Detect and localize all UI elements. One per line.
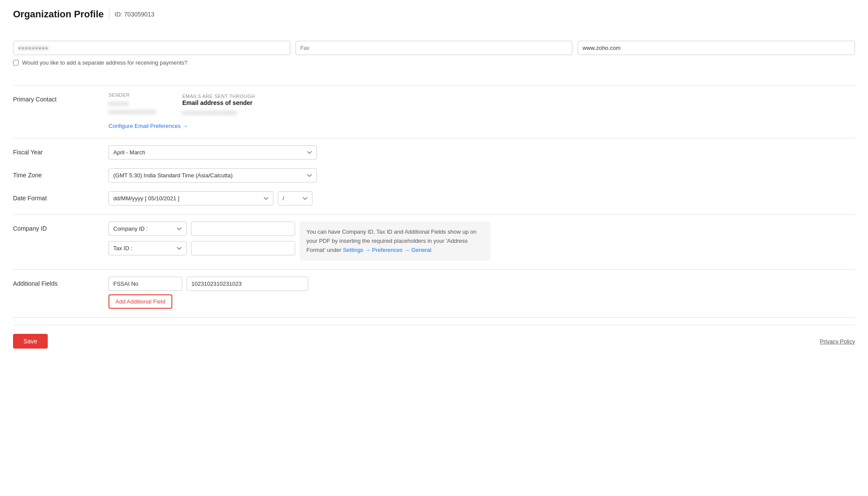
settings-preferences-link[interactable]: Settings → Preferences → General [343,247,431,253]
privacy-policy-link[interactable]: Privacy Policy [820,338,855,345]
date-format-content: dd/MM/yyyy [ 05/10/2021 ] MM/dd/yyyy [ 1… [108,191,855,206]
payment-checkbox-row: Would you like to add a separate address… [13,59,855,66]
emails-sent-section: EMAILS ARE SENT THROUGH Email address of… [182,92,255,116]
page-title: Organization Profile [13,9,104,20]
company-tax-wrapper: Company ID : VAT Number : GST Number : T… [108,222,855,261]
additional-fields-label: Additional Fields [13,277,100,287]
fax-field[interactable] [296,41,573,55]
top-input-row [13,41,855,55]
company-id-field-row: Company ID : VAT Number : GST Number : [108,222,295,236]
company-id-row: Company ID Company ID : VAT Number : GST… [13,222,855,261]
sender-email: ●●●●●●●●●●●●●● [108,108,156,115]
address-field-1[interactable] [13,41,290,55]
add-additional-field-button[interactable]: Add Additional Field [108,294,172,309]
primary-contact-label: Primary Contact [13,92,100,103]
emails-sent-value: Email address of sender [182,99,255,106]
additional-fields-row: Additional Fields Add Additional Field [13,277,855,309]
additional-field-value-input[interactable] [187,277,308,291]
additional-fields-content: Add Additional Field [108,277,855,309]
divider-4 [13,269,855,270]
sender-name: ●●●●●● [108,100,156,107]
divider-2 [13,138,855,138]
bottom-bar: Save Privacy Policy [13,325,855,349]
address-section: Would you like to add a separate address… [13,36,855,82]
divider-5 [13,317,855,318]
configure-email-link[interactable]: Configure Email Preferences → [108,123,188,129]
fiscal-year-select[interactable]: April - March January - December July - … [108,145,317,160]
sender-section-label: SENDER [108,92,156,98]
tax-id-field-row: Tax ID : VAT ID : GST ID : [108,241,295,255]
additional-field-name-input[interactable] [108,277,182,291]
fiscal-year-content: April - March January - December July - … [108,145,855,160]
org-id: ID: 703059013 [115,11,155,18]
sender-section: SENDER ●●●●●● ●●●●●●●●●●●●●● [108,92,156,116]
company-id-input[interactable] [191,222,295,236]
company-tax-fields: Company ID : VAT Number : GST Number : T… [108,222,295,255]
company-id-content: Company ID : VAT Number : GST Number : T… [108,222,855,261]
tax-id-type-select[interactable]: Tax ID : VAT ID : GST ID : [108,241,187,255]
save-button[interactable]: Save [13,334,48,349]
timezone-content: (GMT 5:30) India Standard Time (Asia/Cal… [108,168,855,183]
divider-3 [13,214,855,215]
date-format-row: Date Format dd/MM/yyyy [ 05/10/2021 ] MM… [13,191,855,206]
date-format-selects: dd/MM/yyyy [ 05/10/2021 ] MM/dd/yyyy [ 1… [108,191,855,206]
website-field[interactable] [578,41,855,55]
timezone-label: Time Zone [13,168,100,179]
company-id-info-box: You can have Company ID, Tax ID and Addi… [299,222,490,261]
tax-id-input[interactable] [191,241,295,255]
page-header: Organization Profile ID: 703059013 [13,9,855,25]
primary-contact-content: SENDER ●●●●●● ●●●●●●●●●●●●●● EMAILS ARE … [108,92,855,129]
payment-checkbox-label: Would you like to add a separate address… [22,59,187,66]
payment-checkbox[interactable] [13,60,19,65]
divider-1 [13,85,855,85]
sender-block: SENDER ●●●●●● ●●●●●●●●●●●●●● EMAILS ARE … [108,92,855,116]
date-format-select[interactable]: dd/MM/yyyy [ 05/10/2021 ] MM/dd/yyyy [ 1… [108,191,273,206]
company-id-label: Company ID [13,222,100,232]
timezone-row: Time Zone (GMT 5:30) India Standard Time… [13,168,855,183]
date-format-label: Date Format [13,191,100,202]
fiscal-year-row: Fiscal Year April - March January - Dece… [13,145,855,160]
emails-sent-address: ●●●●●●●●●●●●●●●● [182,109,237,116]
timezone-select[interactable]: (GMT 5:30) India Standard Time (Asia/Cal… [108,168,317,183]
additional-field-inputs [108,277,855,291]
primary-contact-row: Primary Contact SENDER ●●●●●● ●●●●●●●●●●… [13,92,855,129]
date-separator-select[interactable]: / - . [278,191,312,206]
emails-sent-label: EMAILS ARE SENT THROUGH [182,94,255,99]
fiscal-year-label: Fiscal Year [13,145,100,156]
company-id-type-select[interactable]: Company ID : VAT Number : GST Number : [108,222,187,236]
header-divider [109,9,109,20]
